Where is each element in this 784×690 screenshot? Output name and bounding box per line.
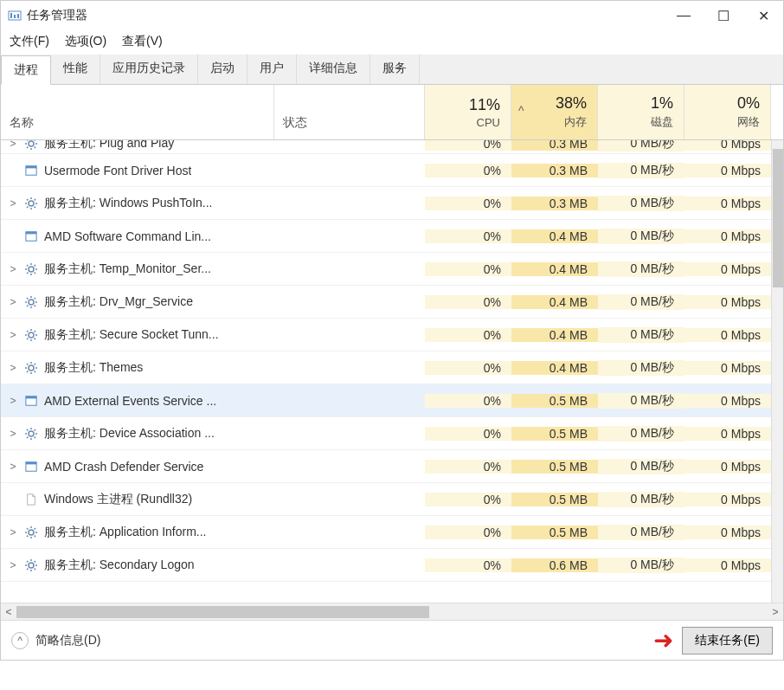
table-row[interactable]: >服务主机: Secure Socket Tunn...0%0.4 MB0 MB… <box>1 319 783 351</box>
table-row[interactable]: >AMD External Events Service ...0%0.5 MB… <box>1 384 783 417</box>
menu-options[interactable]: 选项(O) <box>65 34 106 49</box>
expand-icon[interactable]: > <box>6 559 20 571</box>
table-row[interactable]: >服务主机: Themes0%0.4 MB0 MB/秒0 Mbps <box>1 351 783 384</box>
table-row[interactable]: >服务主机: Temp_Monitor_Ser...0%0.4 MB0 MB/秒… <box>1 253 783 286</box>
chevron-up-icon[interactable]: ^ <box>11 632 29 649</box>
app-icon <box>8 9 22 23</box>
cell-disk: 0 MB/秒 <box>598 459 684 474</box>
tab-startup[interactable]: 启动 <box>198 55 247 84</box>
process-name: 服务主机: Windows PushToIn... <box>44 196 213 211</box>
minimize-button[interactable]: — <box>664 3 704 29</box>
fewer-details-link[interactable]: 简略信息(D) <box>35 633 100 648</box>
cell-cpu: 0% <box>425 427 511 441</box>
table-row[interactable]: >服务主机: Plug and Play0%0.3 MB0 MB/秒0 Mbps <box>1 140 783 154</box>
column-header-status[interactable]: 状态 <box>274 85 425 139</box>
cell-disk: 0 MB/秒 <box>598 360 684 376</box>
cell-memory: 0.5 MB <box>511 460 598 474</box>
tab-app-history[interactable]: 应用历史记录 <box>100 55 198 84</box>
expand-icon[interactable]: > <box>6 461 20 473</box>
column-header-memory[interactable]: ^ 38% 内存 <box>511 85 598 139</box>
cell-memory: 0.5 MB <box>511 493 598 506</box>
svg-point-12 <box>29 332 34 338</box>
svg-rect-18 <box>26 461 36 464</box>
cell-memory: 0.4 MB <box>511 361 598 375</box>
horizontal-scrollbar-track[interactable] <box>16 606 768 618</box>
expand-icon[interactable]: > <box>6 263 20 275</box>
menu-file[interactable]: 文件(F) <box>10 34 49 49</box>
footer: ^ 简略信息(D) ➜ 结束任务(E) <box>1 620 783 660</box>
horizontal-scrollbar-thumb[interactable] <box>16 606 429 618</box>
column-header-network[interactable]: 0% 网络 <box>684 85 771 139</box>
cell-network: 0 Mbps <box>684 140 771 151</box>
table-row[interactable]: >服务主机: Secondary Logon0%0.6 MB0 MB/秒0 Mb… <box>1 549 783 582</box>
cell-name: >服务主机: Secure Socket Tunn... <box>1 327 274 343</box>
cell-network: 0 Mbps <box>684 328 771 342</box>
cell-name: >AMD Crash Defender Service <box>1 459 274 474</box>
process-name: 服务主机: Themes <box>44 360 143 376</box>
cell-name: >服务主机: Secondary Logon <box>1 558 274 573</box>
tab-users[interactable]: 用户 <box>247 55 297 84</box>
table-row[interactable]: >服务主机: Application Inform...0%0.5 MB0 MB… <box>1 516 783 549</box>
expand-icon[interactable]: > <box>6 329 20 341</box>
gear-icon <box>23 525 39 540</box>
expand-icon[interactable]: > <box>6 362 20 374</box>
tab-performance[interactable]: 性能 <box>51 55 100 84</box>
tab-details[interactable]: 详细信息 <box>297 55 370 84</box>
network-label: 网络 <box>737 114 760 130</box>
menu-view[interactable]: 查看(V) <box>122 34 163 49</box>
cell-name: Windows 主进程 (Rundll32) <box>1 492 274 507</box>
disk-label: 磁盘 <box>651 114 673 130</box>
svg-rect-6 <box>26 165 36 168</box>
expand-icon[interactable]: > <box>6 197 20 210</box>
expand-icon[interactable]: > <box>6 296 20 308</box>
tab-services[interactable]: 服务 <box>370 55 420 84</box>
end-task-button[interactable]: 结束任务(E) <box>682 627 773 655</box>
svg-rect-1 <box>10 13 12 18</box>
app-icon <box>23 393 39 409</box>
table-row[interactable]: >服务主机: Drv_Mgr_Service0%0.4 MB0 MB/秒0 Mb… <box>1 286 783 319</box>
cpu-usage-pct: 11% <box>469 96 500 114</box>
table-row[interactable]: Windows 主进程 (Rundll32)0%0.5 MB0 MB/秒0 Mb… <box>1 483 783 516</box>
table-row[interactable]: >服务主机: Windows PushToIn...0%0.3 MB0 MB/秒… <box>1 187 783 220</box>
gear-icon <box>23 196 39 211</box>
cell-cpu: 0% <box>425 295 511 309</box>
expand-icon[interactable]: > <box>6 428 20 440</box>
column-header-disk[interactable]: 1% 磁盘 <box>598 85 684 139</box>
vertical-scrollbar-thumb[interactable] <box>773 149 783 287</box>
cell-name: >服务主机: Temp_Monitor_Ser... <box>1 261 274 277</box>
tab-processes[interactable]: 进程 <box>1 55 51 85</box>
svg-point-10 <box>29 267 34 272</box>
scroll-right-icon[interactable]: > <box>768 606 783 618</box>
network-usage-pct: 0% <box>737 94 760 113</box>
expand-icon[interactable]: > <box>6 140 20 150</box>
table-row[interactable]: >AMD Crash Defender Service0%0.5 MB0 MB/… <box>1 450 783 483</box>
cell-disk: 0 MB/秒 <box>598 426 684 442</box>
cell-cpu: 0% <box>425 526 511 539</box>
cell-cpu: 0% <box>425 558 511 572</box>
horizontal-scrollbar[interactable]: < > <box>1 603 783 620</box>
cell-network: 0 Mbps <box>684 197 771 210</box>
annotation-arrow-icon: ➜ <box>653 626 673 655</box>
scroll-left-icon[interactable]: < <box>1 606 16 618</box>
close-button[interactable]: ✕ <box>743 3 783 29</box>
table-row[interactable]: AMD Software Command Lin...0%0.4 MB0 MB/… <box>1 220 783 253</box>
cell-cpu: 0% <box>425 164 511 177</box>
column-header-name[interactable]: 名称 <box>1 85 274 139</box>
table-row[interactable]: Usermode Font Driver Host0%0.3 MB0 MB/秒0… <box>1 154 783 187</box>
table-row[interactable]: >服务主机: Device Association ...0%0.5 MB0 M… <box>1 417 783 450</box>
expand-icon[interactable]: > <box>6 526 20 538</box>
cell-memory: 0.4 MB <box>511 328 598 342</box>
process-name: Usermode Font Driver Host <box>44 164 191 177</box>
cell-cpu: 0% <box>425 394 511 408</box>
column-header-cpu[interactable]: 11% CPU <box>425 85 511 139</box>
cell-memory: 0.3 MB <box>511 164 598 177</box>
maximize-button[interactable]: ☐ <box>704 3 743 29</box>
cell-network: 0 Mbps <box>684 493 771 506</box>
cell-memory: 0.4 MB <box>511 262 598 276</box>
cell-network: 0 Mbps <box>684 295 771 309</box>
expand-icon[interactable]: > <box>6 395 20 407</box>
tabs: 进程 性能 应用历史记录 启动 用户 详细信息 服务 <box>1 55 783 85</box>
process-name: 服务主机: Temp_Monitor_Ser... <box>44 261 211 277</box>
vertical-scrollbar[interactable] <box>771 140 783 603</box>
process-name: AMD External Events Service ... <box>44 394 216 408</box>
